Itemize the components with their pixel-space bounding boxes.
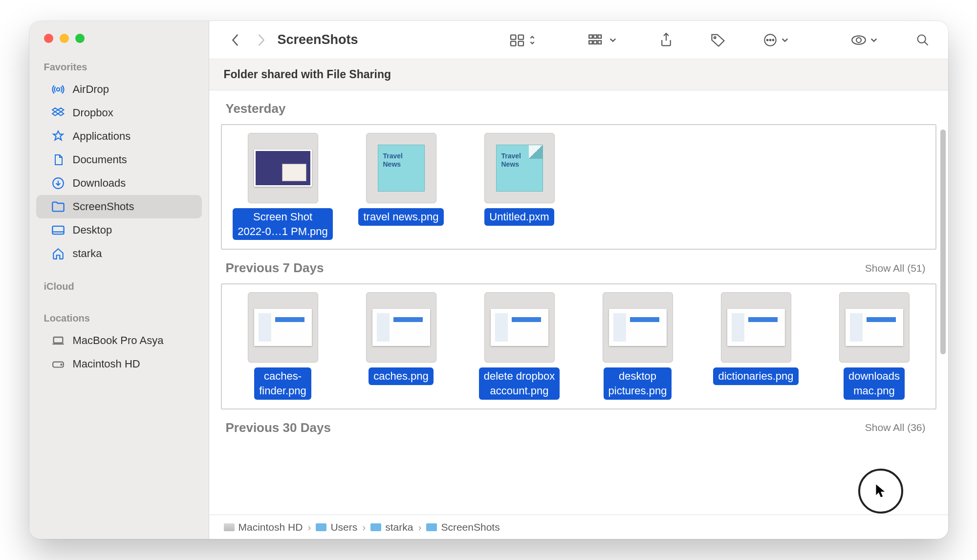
sidebar-item-airdrop[interactable]: AirDrop xyxy=(36,78,202,101)
sidebar-item-label: ScreenShots xyxy=(73,200,134,213)
share-button[interactable] xyxy=(658,31,674,49)
file-item[interactable]: dictionaries.png xyxy=(700,292,812,399)
file-name: dictionaries.png xyxy=(713,367,798,385)
sidebar-item-label: Dropbox xyxy=(73,107,113,119)
forward-button[interactable] xyxy=(254,31,268,49)
file-name: travel news.png xyxy=(358,208,443,226)
chevron-right-icon: › xyxy=(307,521,311,533)
sidebar-item-macbook[interactable]: MacBook Pro Asya xyxy=(36,329,202,352)
show-all-button[interactable]: Show All (51) xyxy=(865,262,926,274)
sidebar-item-desktop[interactable]: Desktop xyxy=(36,218,202,242)
file-item[interactable]: desktoppictures.png xyxy=(582,292,694,399)
path-segment[interactable]: Users xyxy=(316,521,357,533)
file-item[interactable]: delete dropboxaccount.png xyxy=(463,292,576,399)
nav-arrows xyxy=(219,31,268,49)
file-item[interactable]: downloadsmac.png xyxy=(818,292,931,399)
sidebar-section-favorites: Favorites xyxy=(29,58,209,78)
airdrop-icon xyxy=(51,82,65,97)
svg-point-23 xyxy=(917,35,925,43)
sidebar-item-screenshots[interactable]: ScreenShots xyxy=(36,195,202,218)
group-title: Yesterday xyxy=(226,101,286,116)
file-name: Untitled.pxm xyxy=(484,208,554,226)
chevron-down-icon xyxy=(870,37,878,43)
back-button[interactable] xyxy=(229,31,242,49)
svg-point-18 xyxy=(766,39,768,41)
close-window-button[interactable] xyxy=(44,34,53,43)
file-name: desktoppictures.png xyxy=(604,367,672,399)
thumbnail xyxy=(248,133,318,203)
main-pane: ScreenShots xyxy=(209,21,948,539)
preview-visibility-button[interactable] xyxy=(849,33,880,47)
group-header-yesterday: Yesterday xyxy=(221,90,936,124)
chevron-down-icon xyxy=(609,37,617,43)
sidebar-item-home[interactable]: starka xyxy=(36,242,202,265)
file-name: downloadsmac.png xyxy=(844,367,905,399)
content-area: Yesterday Screen Shot2022-0…1 PM.png Tra… xyxy=(209,90,948,515)
sidebar-item-label: Downloads xyxy=(73,177,126,190)
sidebar-item-dropbox[interactable]: Dropbox xyxy=(36,101,202,125)
file-name: Screen Shot2022-0…1 PM.png xyxy=(233,208,333,240)
svg-point-0 xyxy=(56,88,60,91)
svg-rect-6 xyxy=(511,35,516,39)
file-item[interactable]: caches.png xyxy=(345,292,457,399)
scrollbar[interactable] xyxy=(940,129,946,354)
path-segment[interactable]: Macintosh HD xyxy=(224,521,303,533)
svg-rect-12 xyxy=(598,35,601,38)
laptop-icon xyxy=(51,333,65,348)
svg-point-22 xyxy=(856,38,861,43)
file-name: delete dropboxaccount.png xyxy=(479,367,560,399)
tags-button[interactable] xyxy=(709,31,727,49)
download-icon xyxy=(51,176,65,191)
thumbnail xyxy=(603,292,673,363)
thumbnail: TravelNews xyxy=(366,133,436,203)
file-item[interactable]: TravelNews travel news.png xyxy=(345,133,457,240)
fullscreen-window-button[interactable] xyxy=(75,34,85,43)
sidebar-item-documents[interactable]: Documents xyxy=(36,148,202,172)
svg-point-19 xyxy=(769,39,771,41)
window-controls xyxy=(29,34,209,58)
path-bar: Macintosh HD › Users › starka › ScreenSh… xyxy=(209,515,948,539)
group-items-yesterday: Screen Shot2022-0…1 PM.png TravelNews tr… xyxy=(221,124,936,250)
svg-rect-13 xyxy=(589,41,592,44)
file-item[interactable]: caches-finder.png xyxy=(227,292,339,399)
desktop-icon xyxy=(51,223,65,237)
sidebar-item-label: MacBook Pro Asya xyxy=(73,334,164,347)
sidebar-section-icloud: iCloud xyxy=(29,277,209,297)
thumbnail xyxy=(366,292,436,363)
sidebar-item-label: AirDrop xyxy=(73,83,109,96)
sharing-banner: Folder shared with File Sharing xyxy=(209,59,948,90)
file-item[interactable]: TravelNews Untitled.pxm xyxy=(463,133,576,240)
group-by-button[interactable] xyxy=(586,32,619,48)
group-items-prev7: caches-finder.png caches.png delete drop… xyxy=(221,283,936,409)
file-name: caches-finder.png xyxy=(254,367,311,399)
file-name: caches.png xyxy=(369,367,434,385)
group-title: Previous 7 Days xyxy=(226,260,324,276)
svg-point-16 xyxy=(714,37,716,39)
minimize-window-button[interactable] xyxy=(60,34,69,43)
svg-rect-11 xyxy=(593,35,597,38)
svg-rect-10 xyxy=(589,35,592,38)
toolbar: ScreenShots xyxy=(209,21,948,59)
chevron-right-icon: › xyxy=(418,521,421,533)
file-item[interactable]: Screen Shot2022-0…1 PM.png xyxy=(227,133,339,240)
sidebar-item-disk[interactable]: Macintosh HD xyxy=(36,352,202,376)
path-segment[interactable]: starka xyxy=(370,521,413,533)
sidebar-item-applications[interactable]: Applications xyxy=(36,125,202,148)
view-mode-button[interactable] xyxy=(507,32,538,48)
show-all-button[interactable]: Show All (36) xyxy=(865,422,926,433)
sidebar-item-downloads[interactable]: Downloads xyxy=(36,172,202,195)
sidebar-section-locations: Locations xyxy=(29,309,209,329)
applications-icon xyxy=(51,129,65,144)
disk-icon xyxy=(51,357,65,371)
folder-icon xyxy=(51,199,65,214)
sidebar: Favorites AirDrop Dropbox Applications D… xyxy=(29,21,209,539)
svg-rect-14 xyxy=(593,41,597,44)
svg-rect-3 xyxy=(53,337,63,343)
group-title: Previous 30 Days xyxy=(226,420,331,435)
thumbnail: TravelNews xyxy=(484,133,555,203)
actions-button[interactable] xyxy=(761,31,791,49)
thumbnail xyxy=(721,292,791,363)
thumbnail xyxy=(839,292,910,363)
path-segment[interactable]: ScreenShots xyxy=(426,521,499,533)
search-button[interactable] xyxy=(914,31,932,49)
